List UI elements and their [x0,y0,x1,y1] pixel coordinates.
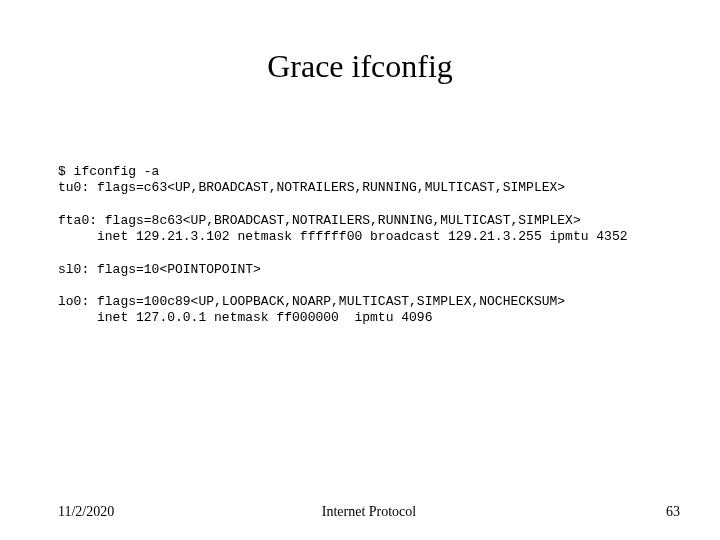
code-line: sl0: flags=10<POINTOPOINT> [58,262,261,277]
code-line: lo0: flags=100c89<UP,LOOPBACK,NOARP,MULT… [58,294,565,309]
code-line: tu0: flags=c63<UP,BROADCAST,NOTRAILERS,R… [58,180,565,195]
code-line: fta0: flags=8c63<UP,BROADCAST,NOTRAILERS… [58,213,581,228]
code-line: inet 129.21.3.102 netmask ffffff00 broad… [58,229,628,244]
footer-title: Internet Protocol [58,504,680,520]
slide: Grace ifconfig $ ifconfig -a tu0: flags=… [0,0,720,540]
code-line: inet 127.0.0.1 netmask ff000000 ipmtu 40… [58,310,432,325]
terminal-output: $ ifconfig -a tu0: flags=c63<UP,BROADCAS… [58,164,680,327]
footer-page-number: 63 [666,504,680,520]
slide-title: Grace ifconfig [0,48,720,85]
code-line: $ ifconfig -a [58,164,159,179]
